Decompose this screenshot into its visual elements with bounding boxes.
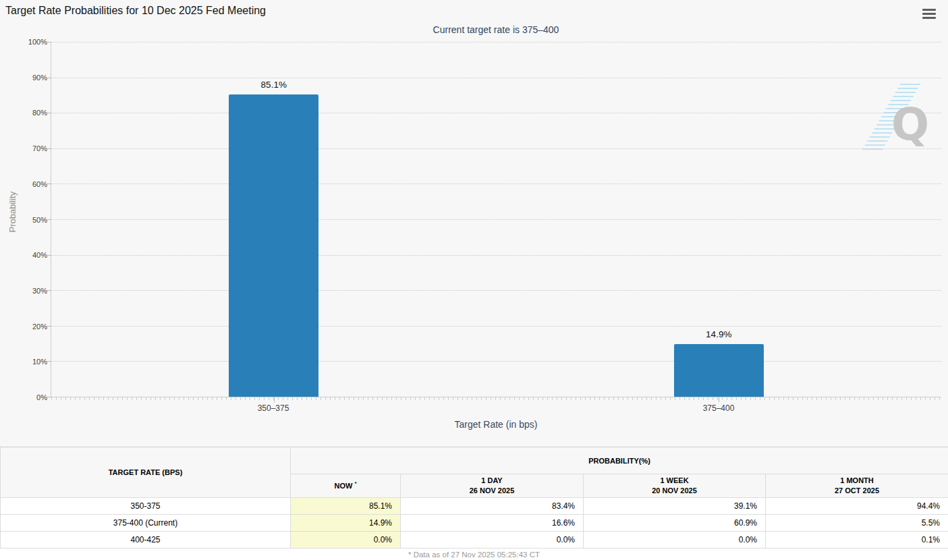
watermark-stripes-icon: [861, 84, 921, 152]
y-axis-labels: 0%10%20%30%40%50%60%70%80%90%100%: [0, 42, 47, 397]
probability-bar[interactable]: [229, 94, 318, 397]
col-header-now: NOW *: [291, 474, 401, 498]
period-label: 1 WEEK: [584, 476, 765, 486]
probability-cell: 0.1%: [766, 532, 948, 549]
table-row: 350-37585.1%83.4%39.1%94.4%: [1, 498, 948, 515]
now-probability-cell: 14.9%: [291, 515, 401, 532]
period-date: 26 NOV 2025: [401, 486, 583, 496]
y-gridline: [51, 219, 941, 220]
y-tick: [47, 113, 51, 113]
y-tick: [47, 42, 51, 43]
probability-cell: 39.1%: [584, 498, 766, 515]
y-tick-label: 30%: [32, 287, 47, 295]
plot-area: Q 85.1%14.9%: [51, 42, 941, 397]
menu-bar: [922, 13, 936, 15]
y-tick: [47, 397, 51, 397]
y-gridline: [51, 184, 941, 184]
y-tick: [47, 78, 51, 78]
y-tick-label: 60%: [32, 180, 47, 188]
y-gridline: [51, 148, 941, 149]
y-gridline: [51, 113, 941, 113]
col-header-1week: 1 WEEK20 NOV 2025: [584, 474, 766, 498]
menu-bar: [922, 9, 936, 11]
y-gridline: [51, 42, 941, 43]
probability-cell: 0.0%: [584, 532, 766, 549]
data-asof-footnote: * Data as of 27 Nov 2025 05:25:43 CT: [0, 549, 948, 560]
page-title: Target Rate Probabilities for 10 Dec 202…: [5, 5, 266, 17]
y-tick: [47, 255, 51, 256]
probability-table-body: 350-37585.1%83.4%39.1%94.4%375-400 (Curr…: [1, 498, 948, 549]
target-rate-column-header: TARGET RATE (BPS): [1, 447, 291, 498]
y-tick-label: 40%: [32, 251, 47, 259]
now-label: NOW: [334, 482, 352, 490]
now-asterisk: *: [354, 480, 356, 486]
x-tick: [274, 397, 275, 402]
y-tick: [47, 326, 51, 327]
hamburger-menu-icon[interactable]: [921, 7, 937, 22]
period-label: 1 DAY: [401, 476, 583, 486]
x-category-label: 375–400: [703, 403, 735, 413]
now-probability-cell: 85.1%: [291, 498, 401, 515]
y-tick-label: 70%: [32, 144, 47, 152]
period-date: 20 NOV 2025: [584, 486, 765, 496]
y-tick-label: 80%: [32, 109, 47, 117]
now-probability-cell: 0.0%: [291, 532, 401, 549]
y-gridline: [51, 326, 941, 327]
bar-value-label: 14.9%: [674, 329, 764, 339]
probability-cell: 83.4%: [401, 498, 584, 515]
x-axis-title: Target Rate (in bps): [51, 419, 941, 430]
y-gridline: [51, 361, 941, 362]
y-tick-label: 10%: [32, 358, 47, 366]
table-row: 375-400 (Current)14.9%16.6%60.9%5.5%: [1, 515, 948, 532]
y-tick: [47, 148, 51, 149]
y-gridline: [51, 290, 941, 291]
y-tick-label: 100%: [28, 38, 47, 46]
y-gridline: [51, 255, 941, 256]
period-label: 1 MONTH: [766, 476, 948, 486]
table-row: 400-4250.0%0.0%0.0%0.1%: [1, 532, 948, 549]
rate-range-cell: 350-375: [1, 498, 291, 515]
y-gridline: [51, 78, 941, 78]
col-header-1day: 1 DAY26 NOV 2025: [401, 474, 584, 498]
rate-range-cell: 400-425: [1, 532, 291, 549]
y-tick-label: 90%: [32, 74, 47, 82]
menu-bar: [922, 17, 936, 19]
probability-cell: 60.9%: [584, 515, 766, 532]
probability-cell: 94.4%: [766, 498, 948, 515]
x-axis-labels: 350–375375–400: [51, 403, 941, 414]
y-tick-label: 20%: [32, 323, 47, 331]
y-tick-label: 0%: [36, 393, 47, 401]
probability-cell: 5.5%: [766, 515, 948, 532]
watermark-q-icon: Q: [891, 103, 929, 147]
current-target-rate-subtitle: Current target rate is 375–400: [51, 24, 941, 35]
y-tick: [47, 184, 51, 184]
y-tick: [47, 361, 51, 362]
probability-table: TARGET RATE (BPS) PROBABILITY(%) NOW * 1…: [0, 447, 948, 549]
y-tick: [47, 290, 51, 291]
probability-cell: 0.0%: [401, 532, 584, 549]
y-tick: [47, 219, 51, 220]
quikstrike-watermark: Q: [875, 84, 929, 152]
bar-value-label: 85.1%: [229, 80, 318, 90]
probability-group-header: PROBABILITY(%): [291, 447, 948, 474]
probability-cell: 16.6%: [401, 515, 584, 532]
period-date: 27 OCT 2025: [766, 486, 948, 496]
probability-bar[interactable]: [674, 344, 764, 397]
x-category-label: 350–375: [258, 403, 289, 413]
rate-range-cell: 375-400 (Current): [1, 515, 291, 532]
x-tick: [719, 397, 719, 402]
y-tick-label: 50%: [32, 216, 47, 224]
fedwatch-chart-panel: Target Rate Probabilities for 10 Dec 202…: [0, 0, 948, 447]
col-header-1month: 1 MONTH27 OCT 2025: [766, 474, 948, 498]
